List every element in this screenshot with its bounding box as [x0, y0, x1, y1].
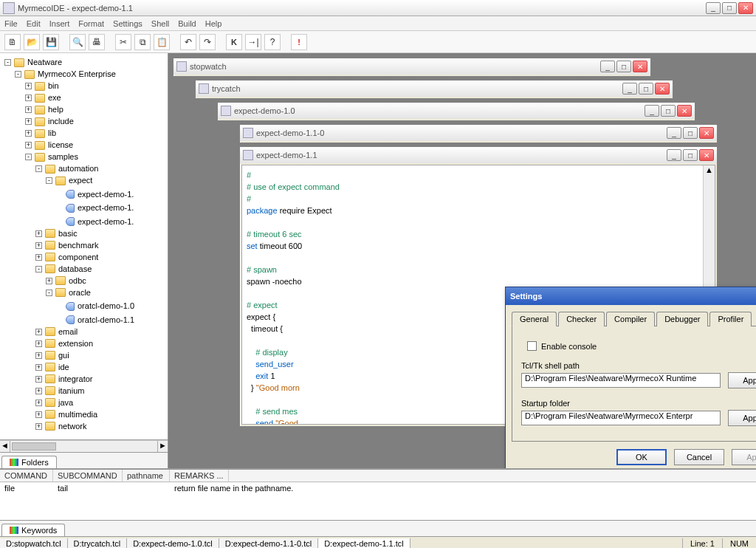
expand-icon[interactable]: - [46, 290, 52, 296]
tree-item[interactable]: extension [58, 338, 93, 349]
expand-icon[interactable]: + [46, 278, 52, 284]
mdi-close-icon[interactable]: ✕ [699, 149, 714, 161]
mdi-maximize-icon[interactable]: □ [616, 61, 631, 72]
tree-item[interactable]: component [58, 252, 98, 263]
startup-folder-apply-button[interactable]: Apply [728, 410, 756, 426]
tree-item[interactable]: database [58, 264, 92, 275]
menu-help[interactable]: Help [205, 19, 222, 28]
status-tab[interactable]: D:expect-demo-1.1-0.tcl [219, 538, 318, 549]
mdi-maximize-icon[interactable]: □ [683, 127, 698, 139]
expand-icon[interactable]: + [35, 340, 42, 347]
new-file-icon[interactable]: 🗎 [4, 34, 21, 50]
minimize-button[interactable]: _ [706, 2, 721, 14]
mdi-window-expect-demo-1-0[interactable]: expect-demo-1.0 _□✕ [217, 102, 695, 121]
tree-hscrollbar[interactable]: ◄► [0, 440, 168, 452]
expand-icon[interactable]: - [15, 71, 21, 78]
mdi-maximize-icon[interactable]: □ [661, 105, 676, 117]
expand-icon[interactable]: + [35, 423, 42, 430]
tab-debugger[interactable]: Debugger [656, 312, 708, 326]
menu-insert[interactable]: Insert [49, 19, 70, 28]
tree-item[interactable]: network [58, 421, 87, 432]
expand-icon[interactable]: + [35, 364, 42, 371]
kw-col-subcommand[interactable]: SUBCOMMAND [53, 470, 123, 482]
tree-item[interactable]: expect-demo-1. [78, 189, 134, 200]
tree-item[interactable]: lib [48, 128, 56, 139]
tree-item[interactable]: email [58, 326, 78, 338]
k-icon[interactable]: K [226, 34, 242, 50]
kw-col-remarks[interactable]: REMARKS ... [170, 470, 229, 482]
mdi-maximize-icon[interactable]: □ [683, 149, 698, 161]
expand-icon[interactable]: + [25, 130, 32, 137]
status-tab-active[interactable]: D:expect-demo-1.1.tcl [318, 538, 410, 549]
tree-item[interactable]: MyrmecoX Enterprise [38, 69, 116, 80]
expand-icon[interactable]: + [35, 230, 42, 237]
menu-settings[interactable]: Settings [113, 19, 142, 28]
expand-icon[interactable]: + [35, 388, 42, 394]
tree-item[interactable]: exe [48, 92, 61, 103]
tree-item[interactable]: gui [58, 350, 69, 361]
tree-item[interactable]: include [48, 116, 74, 127]
redo-icon[interactable]: ↷ [199, 34, 216, 50]
paste-icon[interactable]: 📋 [154, 34, 170, 50]
apply-button[interactable]: Apply [732, 449, 756, 465]
expand-icon[interactable]: - [35, 165, 42, 172]
folder-tree[interactable]: -Neatware -MyrmecoX Enterprise +bin +exe… [0, 53, 168, 440]
maximize-button[interactable]: □ [722, 2, 737, 14]
keywords-tab[interactable]: Keywords [1, 524, 65, 536]
mdi-minimize-icon[interactable]: _ [667, 149, 681, 161]
tree-root[interactable]: Neatware [27, 57, 62, 68]
keywords-row[interactable]: file tail return file name in the pathna… [0, 482, 756, 494]
mdi-window-expect-demo-1-1-0[interactable]: expect-demo-1.1-0 _□✕ [239, 124, 718, 143]
tree-item[interactable]: java [58, 397, 73, 408]
status-tab[interactable]: D:expect-demo-1.0.tcl [127, 538, 219, 549]
expand-icon[interactable]: + [35, 376, 42, 383]
mdi-window-trycatch[interactable]: trycatch _□✕ [195, 80, 673, 99]
expand-icon[interactable]: + [35, 400, 42, 406]
tree-item[interactable]: bin [48, 81, 59, 92]
kw-col-pathname[interactable]: pathname [123, 470, 170, 482]
tree-item[interactable]: expect-demo-1. [78, 202, 134, 213]
expand-icon[interactable]: + [25, 118, 32, 125]
expand-icon[interactable]: + [25, 106, 32, 113]
status-tab[interactable]: D:trycatch.tcl [68, 538, 128, 549]
expand-icon[interactable]: + [35, 352, 42, 359]
expand-icon[interactable]: - [46, 177, 52, 184]
mdi-minimize-icon[interactable]: _ [667, 127, 681, 139]
mdi-close-icon[interactable]: ✕ [699, 127, 714, 139]
status-tab[interactable]: D:stopwatch.tcl [0, 538, 68, 549]
expand-icon[interactable]: + [35, 242, 42, 249]
shell-path-input[interactable]: D:\Program Files\Neatware\MyrmecoX Runti… [521, 373, 721, 388]
tree-item[interactable]: basic [58, 228, 78, 239]
expand-icon[interactable]: + [35, 411, 42, 418]
tree-item[interactable]: samples [48, 151, 78, 162]
mdi-close-icon[interactable]: ✕ [633, 61, 647, 72]
tree-item[interactable]: expect [69, 175, 92, 186]
run-icon[interactable]: →| [245, 34, 261, 50]
expand-icon[interactable]: - [25, 154, 32, 160]
tree-item[interactable]: odbc [69, 275, 86, 287]
tree-item[interactable]: expect-demo-1. [78, 216, 134, 227]
expand-icon[interactable]: - [35, 266, 42, 273]
cut-icon[interactable]: ✂ [115, 34, 131, 50]
expand-icon[interactable]: + [25, 142, 32, 148]
save-icon[interactable]: 💾 [43, 34, 59, 50]
mdi-window-stopwatch[interactable]: stopwatch _□✕ [173, 58, 651, 77]
ok-button[interactable]: OK [616, 449, 667, 465]
close-button[interactable]: ✕ [738, 2, 753, 14]
startup-folder-input[interactable]: D:\Program Files\Neatware\MyrmecoX Enter… [521, 411, 721, 425]
menu-edit[interactable]: Edit [27, 19, 41, 28]
checkbox-icon[interactable] [527, 341, 537, 351]
expand-icon[interactable]: + [25, 83, 32, 89]
menu-build[interactable]: Build [178, 19, 196, 28]
find-icon[interactable]: 🔍 [69, 34, 86, 50]
help-icon[interactable]: ? [264, 34, 281, 50]
menu-shell[interactable]: Shell [151, 19, 169, 28]
tab-general[interactable]: General [512, 312, 557, 326]
expand-icon[interactable]: + [35, 329, 42, 335]
tab-profiler[interactable]: Profiler [709, 312, 752, 326]
tree-item[interactable]: integrator [58, 374, 92, 385]
undo-icon[interactable]: ↶ [180, 34, 196, 50]
open-file-icon[interactable]: 📂 [24, 34, 40, 50]
tab-compiler[interactable]: Compiler [606, 312, 655, 326]
tree-item[interactable]: oratcl-demo-1.0 [78, 301, 134, 312]
